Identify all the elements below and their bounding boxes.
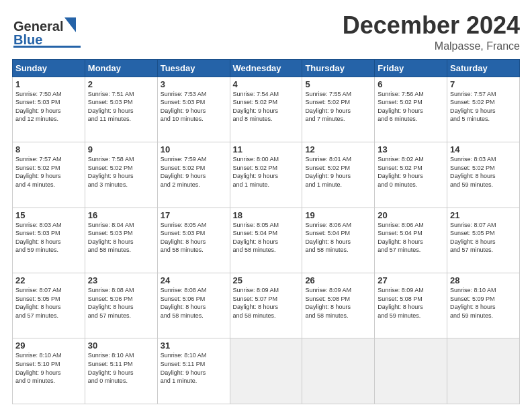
day-21: 21 Sunrise: 8:07 AMSunset: 5:05 PMDaylig… (447, 208, 520, 273)
day-11: 11 Sunrise: 8:00 AMSunset: 5:02 PMDaylig… (230, 142, 302, 208)
day-7: 7 Sunrise: 7:57 AMSunset: 5:02 PMDayligh… (447, 77, 520, 142)
header-thursday: Thursday (302, 59, 375, 77)
day-10: 10 Sunrise: 7:59 AMSunset: 5:02 PMDaylig… (157, 142, 230, 208)
svg-marker-2 (64, 17, 76, 32)
day-20: 20 Sunrise: 8:06 AMSunset: 5:04 PMDaylig… (375, 208, 447, 273)
week-row-3: 15 Sunrise: 8:03 AMSunset: 5:03 PMDaylig… (13, 208, 520, 273)
day-22: 22 Sunrise: 8:07 AMSunset: 5:05 PMDaylig… (13, 273, 85, 338)
calendar-table: Sunday Monday Tuesday Wednesday Thursday… (12, 59, 520, 404)
svg-text:General: General (13, 19, 63, 34)
day-6: 6 Sunrise: 7:56 AMSunset: 5:02 PMDayligh… (375, 77, 447, 142)
day-1: 1 Sunrise: 7:50 AMSunset: 5:03 PMDayligh… (13, 77, 85, 142)
day-4: 4 Sunrise: 7:54 AMSunset: 5:02 PMDayligh… (230, 77, 302, 142)
svg-rect-3 (13, 46, 81, 48)
day-13: 13 Sunrise: 8:02 AMSunset: 5:02 PMDaylig… (375, 142, 447, 208)
header-sunday: Sunday (13, 59, 85, 77)
empty-cell-1 (230, 338, 302, 404)
day-29: 29 Sunrise: 8:10 AMSunset: 5:10 PMDaylig… (13, 338, 85, 404)
day-5: 5 Sunrise: 7:55 AMSunset: 5:02 PMDayligh… (302, 77, 375, 142)
day-18: 18 Sunrise: 8:05 AMSunset: 5:04 PMDaylig… (230, 208, 302, 273)
day-28: 28 Sunrise: 8:10 AMSunset: 5:09 PMDaylig… (447, 273, 520, 338)
header: General Blue December 2024 Malpasse, Fra… (12, 12, 520, 52)
day-25: 25 Sunrise: 8:09 AMSunset: 5:07 PMDaylig… (230, 273, 302, 338)
day-16: 16 Sunrise: 8:04 AMSunset: 5:03 PMDaylig… (85, 208, 157, 273)
logo: General Blue (12, 12, 86, 49)
day-30: 30 Sunrise: 8:10 AMSunset: 5:11 PMDaylig… (85, 338, 157, 404)
title-block: December 2024 Malpasse, France (343, 12, 520, 52)
day-15: 15 Sunrise: 8:03 AMSunset: 5:03 PMDaylig… (13, 208, 85, 273)
weekday-header-row: Sunday Monday Tuesday Wednesday Thursday… (13, 59, 520, 77)
day-14: 14 Sunrise: 8:03 AMSunset: 5:02 PMDaylig… (447, 142, 520, 208)
header-tuesday: Tuesday (157, 59, 230, 77)
svg-text:Blue: Blue (13, 32, 42, 47)
week-row-1: 1 Sunrise: 7:50 AMSunset: 5:03 PMDayligh… (13, 77, 520, 142)
day-9: 9 Sunrise: 7:58 AMSunset: 5:02 PMDayligh… (85, 142, 157, 208)
header-friday: Friday (375, 59, 447, 77)
week-row-5: 29 Sunrise: 8:10 AMSunset: 5:10 PMDaylig… (13, 338, 520, 404)
day-19: 19 Sunrise: 8:06 AMSunset: 5:04 PMDaylig… (302, 208, 375, 273)
header-saturday: Saturday (447, 59, 520, 77)
week-row-4: 22 Sunrise: 8:07 AMSunset: 5:05 PMDaylig… (13, 273, 520, 338)
day-24: 24 Sunrise: 8:08 AMSunset: 5:06 PMDaylig… (157, 273, 230, 338)
week-row-2: 8 Sunrise: 7:57 AMSunset: 5:02 PMDayligh… (13, 142, 520, 208)
logo-svg: General Blue (12, 12, 86, 49)
day-12: 12 Sunrise: 8:01 AMSunset: 5:02 PMDaylig… (302, 142, 375, 208)
page: General Blue December 2024 Malpasse, Fra… (0, 0, 532, 411)
day-17: 17 Sunrise: 8:05 AMSunset: 5:03 PMDaylig… (157, 208, 230, 273)
day-23: 23 Sunrise: 8:08 AMSunset: 5:06 PMDaylig… (85, 273, 157, 338)
empty-cell-3 (375, 338, 447, 404)
empty-cell-2 (302, 338, 375, 404)
header-monday: Monday (85, 59, 157, 77)
location-title: Malpasse, France (343, 40, 520, 52)
day-27: 27 Sunrise: 8:09 AMSunset: 5:08 PMDaylig… (375, 273, 447, 338)
day-3: 3 Sunrise: 7:53 AMSunset: 5:03 PMDayligh… (157, 77, 230, 142)
header-wednesday: Wednesday (230, 59, 302, 77)
empty-cell-4 (447, 338, 520, 404)
month-title: December 2024 (343, 12, 520, 39)
day-26: 26 Sunrise: 8:09 AMSunset: 5:08 PMDaylig… (302, 273, 375, 338)
day-2: 2 Sunrise: 7:51 AMSunset: 5:03 PMDayligh… (85, 77, 157, 142)
day-31: 31 Sunrise: 8:10 AMSunset: 5:11 PMDaylig… (157, 338, 230, 404)
day-8: 8 Sunrise: 7:57 AMSunset: 5:02 PMDayligh… (13, 142, 85, 208)
